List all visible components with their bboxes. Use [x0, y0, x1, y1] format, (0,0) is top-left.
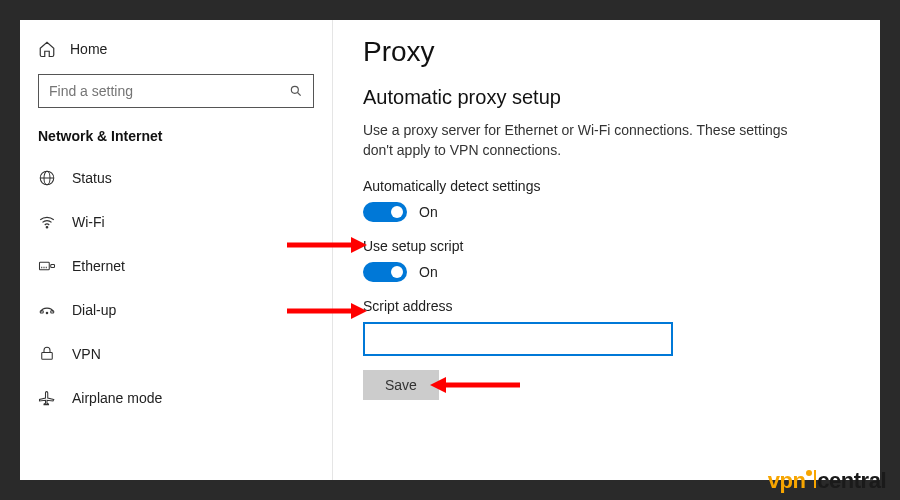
sidebar-item-label: Airplane mode [72, 390, 162, 406]
sidebar-item-airplane[interactable]: Airplane mode [20, 376, 332, 420]
ethernet-icon [38, 257, 56, 275]
svg-point-5 [46, 227, 48, 229]
search-icon [289, 84, 303, 98]
sidebar-item-label: Status [72, 170, 112, 186]
auto-detect-state: On [419, 204, 438, 220]
svg-point-0 [291, 86, 298, 93]
sidebar-item-label: VPN [72, 346, 101, 362]
svg-rect-12 [51, 311, 54, 313]
section-title: Automatic proxy setup [363, 86, 850, 109]
category-header: Network & Internet [20, 122, 332, 156]
nav-list: Status Wi-Fi Ethernet Dial-up [20, 156, 332, 420]
svg-rect-6 [40, 262, 50, 270]
main-content: Proxy Automatic proxy setup Use a proxy … [333, 20, 880, 480]
sidebar-item-status[interactable]: Status [20, 156, 332, 200]
watermark-line-icon [814, 470, 816, 488]
sidebar: Home Network & Internet Status Wi-Fi [20, 20, 333, 480]
home-label: Home [70, 41, 107, 57]
watermark-dot-icon [806, 470, 812, 476]
sidebar-item-label: Wi-Fi [72, 214, 105, 230]
use-script-toggle[interactable] [363, 262, 407, 282]
svg-rect-14 [42, 353, 53, 360]
globe-icon [38, 169, 56, 187]
section-description: Use a proxy server for Ethernet or Wi-Fi… [363, 121, 793, 160]
home-nav[interactable]: Home [20, 32, 332, 70]
page-title: Proxy [363, 36, 850, 68]
sidebar-item-wifi[interactable]: Wi-Fi [20, 200, 332, 244]
use-script-state: On [419, 264, 438, 280]
home-icon [38, 40, 56, 58]
watermark: vpn central [768, 468, 886, 494]
svg-rect-7 [51, 265, 55, 268]
svg-line-1 [298, 93, 301, 96]
auto-detect-label: Automatically detect settings [363, 178, 850, 194]
search-box[interactable] [38, 74, 314, 108]
save-button[interactable]: Save [363, 370, 439, 400]
svg-rect-11 [40, 311, 43, 313]
auto-detect-row: On [363, 202, 850, 222]
use-script-row: On [363, 262, 850, 282]
sidebar-item-ethernet[interactable]: Ethernet [20, 244, 332, 288]
script-address-input[interactable] [363, 322, 673, 356]
dialup-icon [38, 301, 56, 319]
script-address-label: Script address [363, 298, 850, 314]
airplane-icon [38, 389, 56, 407]
sidebar-item-dialup[interactable]: Dial-up [20, 288, 332, 332]
use-script-label: Use setup script [363, 238, 850, 254]
search-input[interactable] [49, 83, 289, 99]
sidebar-item-label: Ethernet [72, 258, 125, 274]
watermark-vpn: vpn [768, 468, 806, 494]
vpn-icon [38, 345, 56, 363]
sidebar-item-vpn[interactable]: VPN [20, 332, 332, 376]
wifi-icon [38, 213, 56, 231]
svg-point-13 [46, 312, 48, 314]
sidebar-item-label: Dial-up [72, 302, 116, 318]
auto-detect-toggle[interactable] [363, 202, 407, 222]
settings-window: Home Network & Internet Status Wi-Fi [20, 20, 880, 480]
watermark-central: central [817, 468, 886, 494]
